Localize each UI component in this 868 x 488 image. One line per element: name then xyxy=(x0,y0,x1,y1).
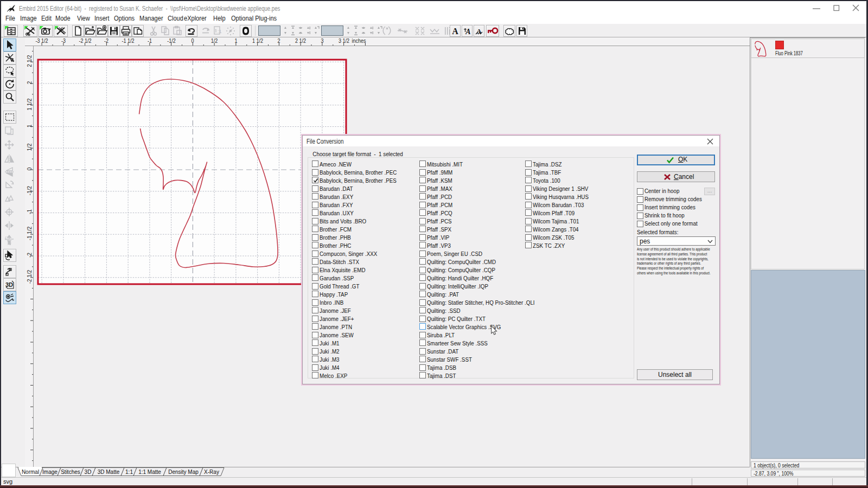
svg-text:3D: 3D xyxy=(85,469,92,475)
svg-text:1:1: 1:1 xyxy=(125,469,133,475)
svg-text:3D: 3D xyxy=(5,281,13,288)
svg-text:X-Ray: X-Ray xyxy=(204,469,219,475)
svg-text:A: A xyxy=(476,27,482,35)
svg-text:Normal: Normal xyxy=(22,469,39,475)
svg-text:1:1 Matte: 1:1 Matte xyxy=(138,469,161,475)
svg-text::1: :1 xyxy=(218,29,222,34)
svg-text:A: A xyxy=(452,27,458,36)
svg-text:Stitches: Stitches xyxy=(61,469,80,475)
svg-text:Image: Image xyxy=(42,469,58,475)
svg-text:3D Matte: 3D Matte xyxy=(98,469,120,475)
svg-text:Density Map: Density Map xyxy=(168,469,199,475)
svg-text:A: A xyxy=(465,28,470,36)
